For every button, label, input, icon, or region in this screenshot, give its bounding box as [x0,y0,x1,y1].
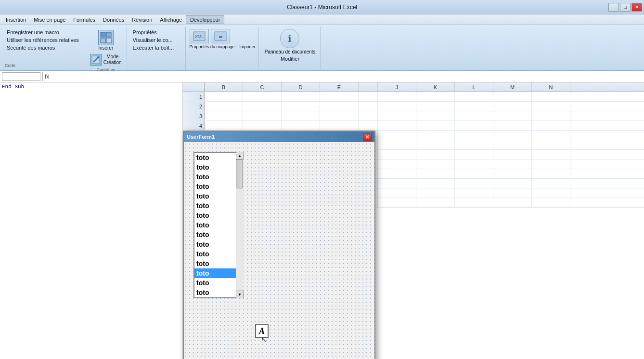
menu-developpeur[interactable]: Développeur [186,15,224,24]
list-item[interactable]: toto [194,172,243,182]
inserer-label: Insérer [98,45,113,51]
modifier-button[interactable]: Modifier [279,55,301,62]
menu-affichage[interactable]: Affichage [156,16,186,24]
svg-rect-3 [106,38,111,43]
xml-icon2: ⇄ [211,29,230,43]
col-header-b: B [205,82,243,92]
importer-label[interactable]: Importer [239,44,256,49]
vba-panel: End Sub [0,82,183,359]
userform-dialog: UserForm1 ✕ toto toto toto toto toto tot… [183,131,375,359]
list-item[interactable]: toto [194,182,243,191]
menu-donnees[interactable]: Données [99,16,128,24]
menu-formules[interactable]: Formules [69,16,99,24]
inserer-button[interactable]: Insérer [96,29,116,52]
menu-revision[interactable]: Révision [128,16,156,24]
list-item[interactable]: toto [194,153,243,162]
svg-rect-0 [101,32,105,37]
list-item[interactable]: toto [194,259,243,268]
ribbon-group-modifier: ℹ Panneau de documents Modifier [260,27,321,70]
formula-divider [42,72,43,81]
scrollbar-down-button[interactable]: ▼ [236,291,244,298]
listbox-scrollbar[interactable]: ▲ ▼ [236,152,244,298]
column-headers: B C D E J K L M N [183,82,644,92]
ribbon-group-xml: XML ⇄ Propriétés du mappage Importer [187,27,259,70]
list-item[interactable]: toto [194,249,243,259]
code-group-label: Code [5,62,81,68]
name-box[interactable] [2,72,40,81]
col-header-j: J [378,82,416,92]
svg-text:⇄: ⇄ [219,35,222,39]
label-a-icon: A [259,326,265,336]
ribbon-group-code: Enregistrer une macro Utiliser les référ… [2,27,84,70]
inserer-icon [98,30,114,45]
table-row[interactable]: 1 [183,92,644,102]
proprietes-mappage-label[interactable]: Propriétés du mappage [190,44,235,49]
col-header-l: L [455,82,493,92]
list-item[interactable]: toto [194,211,243,220]
col-header-d: D [282,82,320,92]
list-item[interactable]: toto [194,220,243,230]
vba-end-sub: End Sub [2,84,24,90]
mode-creation-label: ModeCréation [103,54,122,66]
formula-input[interactable] [51,72,642,81]
svg-text:XML: XML [194,34,204,39]
list-item[interactable]: toto [194,230,243,239]
list-item-selected[interactable]: toto [194,268,243,278]
table-row[interactable]: 2 [183,102,644,111]
list-item[interactable]: toto [194,239,243,249]
ribbon-group-properties: Propriétés Visualiser le co... Exécuter … [128,27,186,70]
fx-label: fx [45,73,49,80]
ribbon-group-inserer: Insérer ModeCréation Contrôles [85,27,127,70]
enregistrer-macro-button[interactable]: Enregistrer une macro [5,29,81,36]
svg-point-6 [97,56,99,58]
app-title: Classeur1 - Microsoft Excel [287,4,357,11]
references-relatives-button[interactable]: Utiliser les références relatives [5,37,81,43]
executer-boite-button[interactable]: Exécuter la boît... [131,44,182,51]
list-item[interactable]: toto [194,278,243,288]
label-a-button[interactable]: A [255,324,269,338]
col-header-k: K [416,82,455,92]
userform-titlebar[interactable]: UserForm1 ✕ [184,132,374,142]
header-corner [183,82,205,92]
securite-macros-button[interactable]: Sécurité des macros [5,44,81,51]
mode-creation-button[interactable]: ModeCréation [88,53,124,66]
panneau-label[interactable]: Panneau de documents [265,49,316,54]
listbox-wrapper: toto toto toto toto toto toto toto toto … [193,152,244,298]
main-area: End Sub B C D E J K L M N 1 2 3 4 5 6 7 … [0,82,644,359]
maximize-button[interactable]: □ [620,3,631,12]
listbox-frame: toto toto toto toto toto toto toto toto … [193,152,244,298]
xml-icon1: XML [190,29,209,43]
window-controls: − □ ✕ [608,3,642,12]
list-item[interactable]: toto [194,201,243,211]
list-item[interactable]: toto [194,162,243,172]
table-row[interactable]: 3 [183,111,644,121]
menu-bar: Insertion Mise en page Formules Données … [0,14,644,25]
formula-bar: fx [0,71,644,82]
userform-body[interactable]: toto toto toto toto toto toto toto toto … [184,142,374,359]
scrollbar-up-button[interactable]: ▲ [236,152,244,160]
list-item[interactable]: toto [194,288,243,297]
panneau-icon: ℹ [280,29,299,48]
close-button[interactable]: ✕ [631,3,642,12]
proprietes-button[interactable]: Propriétés [131,29,182,36]
list-item[interactable]: toto [194,191,243,201]
menu-insertion[interactable]: Insertion [2,16,30,24]
userform-close-button[interactable]: ✕ [363,133,372,141]
visualiser-button[interactable]: Visualiser le co... [131,37,182,43]
title-bar: Classeur1 - Microsoft Excel − □ ✕ [0,0,644,14]
col-header-m: M [493,82,532,92]
controles-group-label: Contrôles [96,66,115,72]
col-header-c: C [243,82,282,92]
mode-creation-icon [90,54,102,66]
menu-mise-en-page[interactable]: Mise en page [30,16,69,24]
userform-title: UserForm1 [187,134,363,140]
ribbon: Enregistrer une macro Utiliser les référ… [0,25,644,71]
scrollbar-thumb[interactable] [236,160,243,188]
table-row[interactable]: 4 [183,121,644,131]
svg-rect-2 [101,38,105,43]
minimize-button[interactable]: − [608,3,619,12]
listbox[interactable]: toto toto toto toto toto toto toto toto … [194,153,243,297]
col-header-gap [359,82,378,92]
svg-rect-1 [106,32,111,37]
scrollbar-track[interactable] [236,160,244,291]
